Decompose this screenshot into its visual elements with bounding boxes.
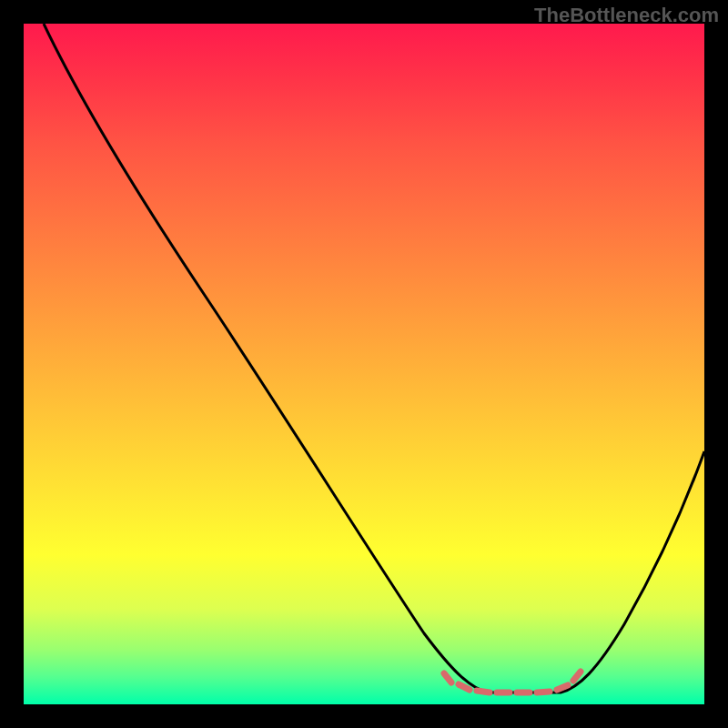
svg-line-0 (444, 673, 451, 682)
bottleneck-curve-path (44, 24, 704, 693)
flat-region-markers (444, 672, 581, 693)
svg-line-7 (573, 672, 581, 681)
chart-plot-area (24, 24, 704, 704)
chart-curve-layer (24, 24, 704, 704)
svg-line-1 (459, 684, 470, 690)
svg-line-2 (477, 691, 490, 693)
svg-line-6 (557, 685, 568, 690)
svg-line-5 (537, 692, 550, 693)
watermark-text: TheBottleneck.com (534, 4, 719, 27)
